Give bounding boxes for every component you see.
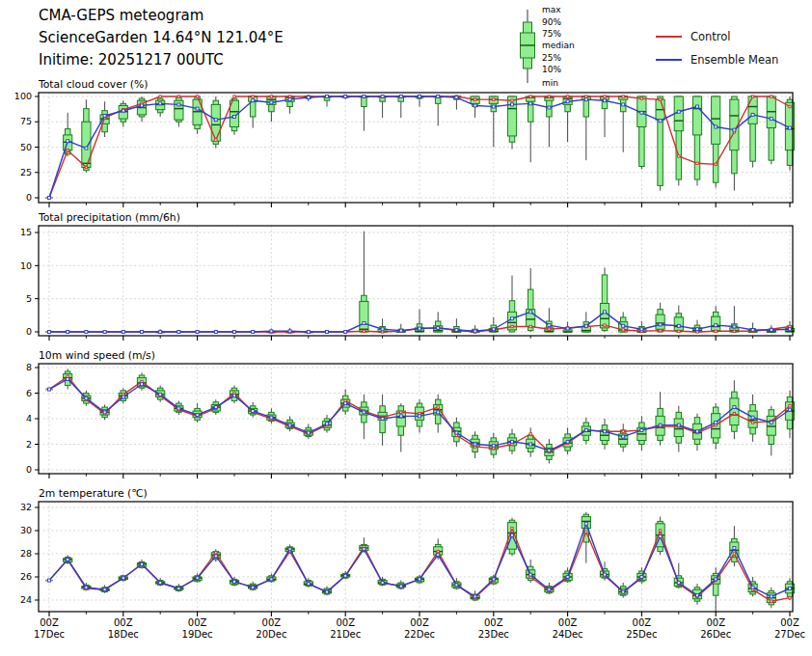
grid (39, 502, 793, 612)
y-axis: 2426283032 (20, 502, 39, 605)
meteogram-figure: CMA-GEPS meteogram ScienceGarden 14.64°N… (0, 0, 812, 656)
svg-text:00Z: 00Z (410, 617, 429, 628)
svg-text:22Dec: 22Dec (404, 629, 435, 640)
svg-text:00Z: 00Z (188, 617, 207, 628)
svg-text:27Dec: 27Dec (774, 629, 805, 640)
x-axis-ticks (49, 474, 790, 478)
svg-text:max: max (542, 5, 561, 14)
svg-text:50: 50 (20, 142, 32, 152)
svg-text:25%: 25% (542, 53, 561, 63)
svg-text:90%: 90% (542, 17, 561, 27)
svg-text:10m wind speed (m/s): 10m wind speed (m/s) (39, 349, 155, 362)
svg-text:00Z: 00Z (780, 617, 799, 628)
y-axis: 051015 (20, 227, 39, 337)
panel-title-total-precipitation-mm-6h: Total precipitation (mm/6h) (38, 211, 180, 224)
x-axis-labels: 00Z17Dec00Z18Dec00Z19Dec00Z20Dec00Z21Dec… (34, 617, 805, 640)
svg-text:20Dec: 20Dec (256, 629, 286, 640)
panel-title-10m-wind-speed-m-s: 10m wind speed (m/s) (39, 349, 155, 362)
svg-text:75%: 75% (542, 29, 561, 39)
ensemble-boxplots (45, 232, 795, 333)
meteogram-panels: 0255075100Total cloud cover (%)051015Tot… (0, 0, 812, 656)
svg-text:17Dec: 17Dec (34, 629, 65, 640)
svg-text:26Dec: 26Dec (700, 629, 731, 640)
svg-text:10: 10 (20, 260, 32, 271)
svg-text:24: 24 (20, 594, 32, 605)
control-line (48, 527, 791, 602)
svg-text:0: 0 (26, 192, 32, 203)
ensemble-boxplots (45, 512, 795, 612)
svg-text:2: 2 (26, 439, 32, 450)
svg-text:00Z: 00Z (484, 617, 503, 628)
svg-text:18Dec: 18Dec (108, 629, 139, 640)
svg-text:00Z: 00Z (114, 617, 133, 628)
svg-text:00Z: 00Z (336, 617, 355, 628)
panel-title-2m-temperature: 2m temperature (℃) (39, 487, 148, 500)
legend-box-glyph: max90%75%median25%10%min (521, 5, 575, 88)
svg-text:median: median (542, 41, 575, 50)
svg-text:75: 75 (20, 116, 32, 126)
svg-text:19Dec: 19Dec (182, 629, 213, 640)
svg-text:10%: 10% (542, 65, 561, 74)
svg-text:6: 6 (26, 388, 32, 398)
svg-text:100: 100 (14, 91, 32, 101)
svg-text:32: 32 (20, 502, 32, 512)
svg-text:30: 30 (20, 525, 32, 535)
svg-text:4: 4 (26, 413, 32, 424)
panel-total-cloud-cover: 0255075100Total cloud cover (%) (14, 78, 795, 207)
y-axis: 0255075100 (14, 91, 39, 203)
svg-text:00Z: 00Z (558, 617, 578, 628)
svg-text:25: 25 (20, 167, 32, 178)
svg-text:28: 28 (20, 548, 32, 559)
svg-text:25Dec: 25Dec (626, 629, 657, 640)
svg-text:00Z: 00Z (262, 617, 282, 628)
svg-text:23Dec: 23Dec (478, 629, 509, 640)
svg-text:min: min (542, 78, 558, 88)
svg-text:24Dec: 24Dec (553, 629, 583, 640)
panel-2m-temperature: 24262830322m temperature (℃) (20, 487, 795, 616)
x-axis-ticks (49, 612, 790, 616)
svg-text:2m temperature (℃): 2m temperature (℃) (39, 487, 148, 500)
svg-text:26: 26 (20, 571, 32, 582)
svg-text:8: 8 (26, 362, 32, 372)
x-axis-ticks (49, 336, 790, 341)
svg-text:Total cloud cover (%): Total cloud cover (%) (38, 78, 148, 91)
svg-text:21Dec: 21Dec (330, 629, 361, 640)
panel-title-total-cloud-cover: Total cloud cover (%) (38, 78, 148, 91)
svg-text:00Z: 00Z (706, 617, 725, 628)
svg-text:0: 0 (26, 464, 32, 475)
svg-text:00Z: 00Z (633, 617, 652, 628)
svg-text:5: 5 (26, 293, 32, 304)
svg-text:0: 0 (26, 326, 32, 337)
svg-text:Total precipitation (mm/6h): Total precipitation (mm/6h) (38, 211, 180, 224)
x-axis-ticks (49, 203, 790, 207)
svg-text:15: 15 (20, 227, 32, 237)
panel-10m-wind-speed-m-s: 0246810m wind speed (m/s) (26, 349, 795, 478)
svg-text:00Z: 00Z (40, 617, 59, 628)
y-axis: 02468 (26, 362, 39, 475)
panel-total-precipitation-mm-6h: 051015Total precipitation (mm/6h) (20, 211, 795, 341)
